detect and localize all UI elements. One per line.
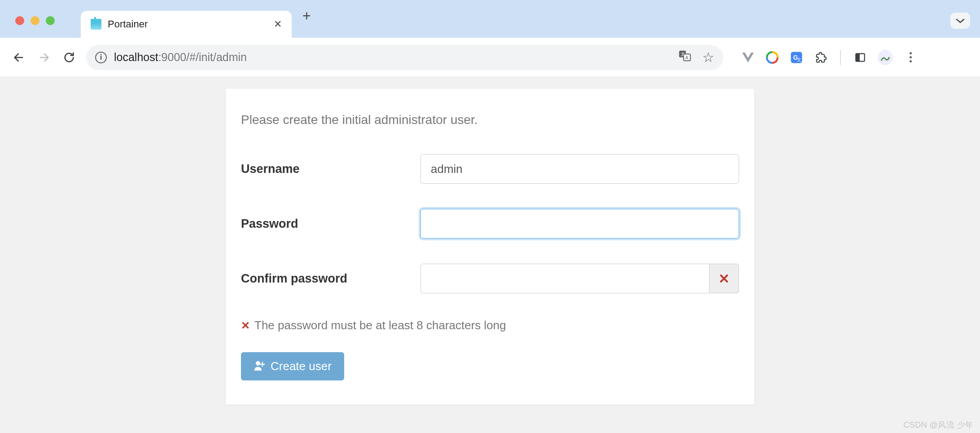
address-bar[interactable]: i localhost:9000/#/init/admin 文A ☆ [86,45,723,70]
password-row: Password [241,209,739,239]
url-host: localhost [114,51,158,63]
validation-text: The password must be at least 8 characte… [254,318,506,332]
tab-title: Portainer [108,18,148,30]
bookmark-star-icon[interactable]: ☆ [702,49,714,65]
password-mismatch-icon: ✕ [709,264,739,293]
window-maximize-button[interactable] [46,16,55,25]
window-close-button[interactable] [15,16,24,25]
svg-point-14 [256,361,260,366]
user-plus-icon [254,360,265,373]
arrow-left-icon [13,51,25,64]
url-text: localhost:9000/#/init/admin [114,51,247,64]
browser-toolbar: i localhost:9000/#/init/admin 文A ☆ G文 [0,38,980,77]
back-button[interactable] [11,49,27,66]
password-label: Password [241,217,420,231]
new-tab-button[interactable]: + [302,8,311,24]
error-x-icon: ✕ [241,319,250,332]
page-heading: Please create the initial administrator … [241,113,739,127]
forward-button[interactable] [36,49,52,66]
svg-point-13 [878,50,893,65]
browser-menu-button[interactable] [904,51,917,64]
reload-icon [63,51,75,64]
portainer-favicon-icon [91,19,101,30]
password-validation-message: ✕ The password must be at least 8 charac… [241,318,739,332]
svg-rect-12 [856,53,860,61]
profile-avatar-icon[interactable] [878,50,893,65]
google-translate-extension-icon[interactable]: G文 [790,51,803,64]
url-path: :9000/#/init/admin [158,51,247,63]
vue-extension-icon[interactable] [741,51,755,64]
username-input[interactable] [420,154,739,184]
username-row: Username [241,154,739,184]
tab-overflow-button[interactable] [950,13,970,29]
create-user-button[interactable]: Create user [241,352,344,380]
svg-text:文: 文 [797,57,801,62]
page-content: Please create the initial administrator … [0,77,980,433]
svg-text:A: A [685,55,688,60]
confirm-password-input[interactable] [420,264,709,293]
translate-icon[interactable]: 文A [678,49,691,66]
toolbar-separator [840,50,841,65]
init-admin-card: Please create the initial administrator … [225,88,755,405]
extension-icons: G文 [741,50,917,65]
confirm-password-row: Confirm password ✕ [241,264,739,293]
window-minimize-button[interactable] [31,16,39,25]
chevron-down-icon [956,18,965,24]
watermark-text: CSDN @风流 少年 [903,420,974,430]
google-extension-icon[interactable] [766,51,779,64]
browser-tabstrip: Portainer ✕ + [0,0,980,38]
sidepanel-icon[interactable] [853,51,867,64]
browser-tab[interactable]: Portainer ✕ [81,11,292,38]
close-tab-icon[interactable]: ✕ [274,18,282,30]
site-info-icon[interactable]: i [95,52,107,63]
create-user-label: Create user [271,359,332,373]
extensions-puzzle-icon[interactable] [814,51,827,64]
window-controls [15,16,55,25]
password-input[interactable] [420,209,739,239]
confirm-password-label: Confirm password [241,272,420,286]
username-label: Username [241,162,420,176]
reload-button[interactable] [61,49,77,66]
arrow-right-icon [38,51,50,64]
svg-text:文: 文 [681,52,685,57]
